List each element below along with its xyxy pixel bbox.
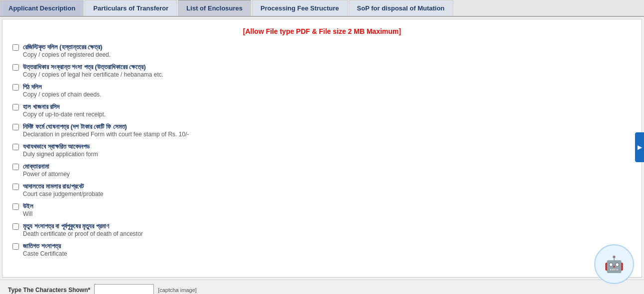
enclosure-item-2: পিঠ দলিলCopy / copies of chain deeds.	[12, 83, 632, 98]
enclosure-bengali-6: মোক্তারনামা	[23, 163, 70, 171]
enclosure-english-9: Death certificate or proof of death of a…	[23, 230, 143, 237]
enclosure-checkbox-3[interactable]	[12, 104, 19, 110]
enclosure-english-4: Declaration in prescribed Form with cour…	[23, 131, 189, 138]
enclosure-english-3: Copy of up-to-date rent receipt.	[23, 111, 106, 118]
captcha-input[interactable]	[94, 284, 154, 294]
enclosure-checkbox-9[interactable]	[12, 223, 19, 230]
enclosure-checkbox-10[interactable]	[12, 243, 19, 250]
robot-widget[interactable]: 🤖	[594, 244, 634, 284]
enclosure-english-10: Caste Certificate	[23, 250, 67, 257]
content-area: [Allow File type PDF & File size 2 MB Ma…	[2, 19, 642, 278]
enclosure-bengali-4: নিদিষ্ট ফর্মে ঘোষনাপত্র (দশ টাকার কোটি ফ…	[23, 123, 189, 131]
enclosure-list: রেজিস্টিকৃত দলিল (হস্তান্তরের ক্ষেত্র)Co…	[12, 43, 632, 257]
enclosure-item-1: উত্তরাধিকার সংক্রান্ত শংসা পত্র (উত্তরাধ…	[12, 63, 632, 78]
enclosure-bengali-2: পিঠ দলিল	[23, 83, 101, 91]
scroll-right-button[interactable]: ▶	[635, 132, 644, 162]
enclosure-english-5: Duly signed application form	[23, 151, 98, 158]
enclosure-bengali-7: আদালতের মামলার রায়/প্রবেট	[23, 183, 103, 191]
enclosure-item-4: নিদিষ্ট ফর্মে ঘোষনাপত্র (দশ টাকার কোটি ফ…	[12, 123, 632, 138]
enclosure-bengali-8: উইল	[23, 202, 33, 210]
enclosure-bengali-9: মৃত্যু শংসাপত্র বা পূর্বপুকুষের মৃত্যুর …	[23, 222, 143, 230]
tab-sop-for-disposal-of-mutation[interactable]: SoP for disposal of Mutation	[349, 0, 453, 16]
enclosure-english-2: Copy / copies of chain deeds.	[23, 91, 101, 98]
enclosure-english-6: Power of attorney	[23, 171, 70, 178]
enclosure-checkbox-7[interactable]	[12, 184, 19, 190]
enclosure-bengali-10: জাতিগত শংসাপত্র	[23, 242, 67, 250]
enclosure-english-0: Copy / copies of registered deed.	[23, 51, 111, 58]
enclosure-checkbox-2[interactable]	[12, 84, 19, 91]
enclosure-bengali-1: উত্তরাধিকার সংক্রান্ত শংসা পত্র (উত্তরাধ…	[23, 63, 163, 71]
robot-icon: 🤖	[604, 255, 624, 274]
enclosure-checkbox-4[interactable]	[12, 124, 19, 130]
enclosure-item-10: জাতিগত শংসাপত্রCaste Certificate	[12, 242, 632, 257]
bottom-bar: Type The Characters Shown* [captcha imag…	[0, 280, 644, 294]
enclosure-checkbox-5[interactable]	[12, 144, 19, 150]
enclosure-item-0: রেজিস্টিকৃত দলিল (হস্তান্তরের ক্ষেত্র)Co…	[12, 43, 632, 58]
enclosure-item-3: হাল খাজনার রসিদCopy of up-to-date rent r…	[12, 103, 632, 118]
enclosure-english-1: Copy / copies of legal heir certificate …	[23, 71, 163, 78]
captcha-image-placeholder: [captcha image]	[158, 287, 197, 293]
file-notice: [Allow File type PDF & File size 2 MB Ma…	[12, 27, 632, 35]
tab-particulars-of-transferor[interactable]: Particulars of Transferor	[85, 0, 177, 16]
enclosure-item-6: মোক্তারনামাPower of attorney	[12, 163, 632, 178]
enclosure-checkbox-6[interactable]	[12, 164, 19, 170]
enclosure-checkbox-0[interactable]	[12, 44, 19, 51]
enclosure-checkbox-1[interactable]	[12, 64, 19, 71]
tab-processing-fee-structure[interactable]: Processing Fee Structure	[252, 0, 348, 16]
enclosure-item-7: আদালতের মামলার রায়/প্রবেটCourt case jud…	[12, 183, 632, 197]
enclosure-checkbox-8[interactable]	[12, 203, 19, 210]
enclosure-bengali-5: যথাযথভাবে স্বাক্ষরিত আবেদনপড	[23, 143, 98, 151]
tab-list-of-enclosures[interactable]: List of Enclosures	[178, 0, 251, 16]
tab-bar: Applicant DescriptionParticulars of Tran…	[0, 0, 644, 17]
enclosure-english-7: Court case judgement/probate	[23, 191, 103, 197]
enclosure-bengali-0: রেজিস্টিকৃত দলিল (হস্তান্তরের ক্ষেত্র)	[23, 43, 111, 51]
captcha-label: Type The Characters Shown*	[8, 287, 90, 294]
enclosure-item-5: যথাযথভাবে স্বাক্ষরিত আবেদনপডDuly signed …	[12, 143, 632, 158]
enclosure-bengali-3: হাল খাজনার রসিদ	[23, 103, 106, 111]
enclosure-item-8: উইলWill	[12, 202, 632, 217]
tab-applicant-description[interactable]: Applicant Description	[0, 0, 84, 16]
enclosure-item-9: মৃত্যু শংসাপত্র বা পূর্বপুকুষের মৃত্যুর …	[12, 222, 632, 237]
enclosure-english-8: Will	[23, 210, 33, 217]
